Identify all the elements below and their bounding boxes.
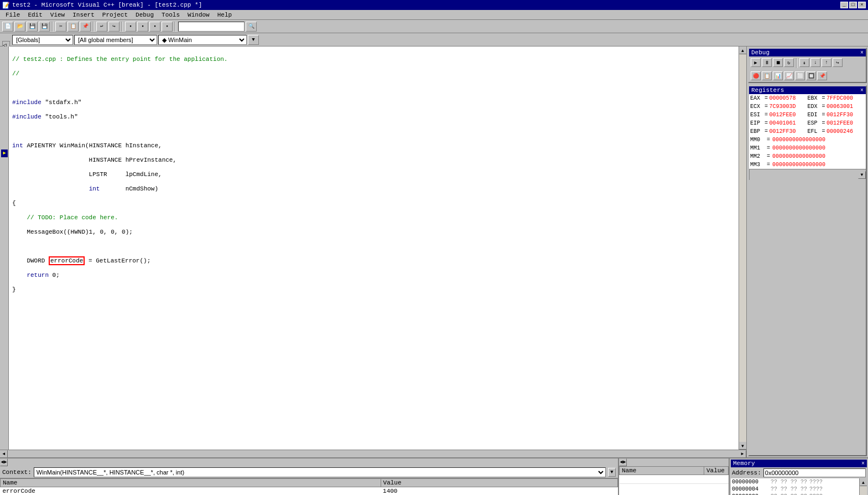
tb-undo[interactable]: ↩ bbox=[96, 22, 107, 32]
tb-copy[interactable]: 📋 bbox=[67, 22, 79, 32]
menu-tools[interactable]: Tools bbox=[158, 11, 183, 19]
code-line-14 bbox=[12, 243, 736, 250]
context-bar: Context: WinMain(HINSTANCE__*, HINSTANCE… bbox=[0, 466, 618, 478]
registers-scroll[interactable]: ▼ bbox=[749, 169, 866, 180]
scroll-right[interactable]: ► bbox=[739, 450, 746, 458]
code-line-10: int nCmdShow) bbox=[12, 185, 736, 193]
dbg-btn4[interactable]: ↻ bbox=[784, 58, 794, 67]
dbg-btn15[interactable]: 📌 bbox=[817, 71, 827, 80]
code-editor[interactable]: ► // test2.cpp : Defines the entry point… bbox=[0, 47, 746, 450]
reg-esp-val: 0012FEE0 bbox=[827, 120, 865, 127]
memory-address-input[interactable] bbox=[763, 468, 866, 477]
registers-content: EAX = 00000578 EBX = 7FFDC000 ECX = 7C93… bbox=[749, 94, 866, 169]
reg-row-5: MM0 = 0000000000000000 bbox=[749, 136, 866, 144]
dbg-btn1[interactable]: ▶ bbox=[751, 58, 761, 67]
dbg-btn5[interactable]: ↡ bbox=[799, 58, 809, 67]
memory-scroll-track[interactable] bbox=[860, 486, 867, 495]
dbg-btn3[interactable]: ⏹ bbox=[773, 58, 783, 67]
editor-scrollbar-v[interactable]: ▲ ▼ bbox=[739, 47, 746, 450]
memory-scrollbar-v[interactable]: ▲ ▼ bbox=[859, 478, 867, 495]
registers-close[interactable]: × bbox=[860, 87, 864, 94]
watch-resize-handle[interactable]: ◄► bbox=[619, 458, 627, 466]
dbg-btn11[interactable]: 📊 bbox=[773, 71, 783, 80]
dbg-btn8[interactable]: ↪ bbox=[833, 58, 843, 67]
reg-edi-name: EDI bbox=[808, 111, 822, 118]
context-arrow[interactable]: ▼ bbox=[608, 468, 616, 477]
menu-insert[interactable]: Insert bbox=[69, 11, 98, 19]
scroll-track-v[interactable] bbox=[739, 54, 746, 442]
dbg-btn10[interactable]: 📋 bbox=[762, 71, 772, 80]
watch-name-input[interactable] bbox=[622, 476, 702, 482]
menu-file[interactable]: File bbox=[2, 11, 23, 19]
scroll-up[interactable]: ▲ bbox=[739, 47, 747, 54]
menu-window[interactable]: Window bbox=[184, 11, 213, 19]
menu-edit[interactable]: Edit bbox=[24, 11, 45, 19]
reg-ecx-name: ECX bbox=[750, 103, 765, 110]
memory-address-bar: Address: bbox=[731, 467, 867, 478]
minimize-button[interactable]: _ bbox=[840, 2, 848, 8]
code-line-3 bbox=[12, 84, 736, 92]
code-line-6 bbox=[12, 127, 736, 135]
tb-paste[interactable]: 📌 bbox=[80, 22, 91, 32]
tb-save[interactable]: 💾 bbox=[27, 22, 38, 32]
watch-col-name: Name bbox=[620, 467, 704, 475]
sep4 bbox=[175, 22, 176, 32]
locals-table-area: Name Value errorCode 1400 bbox=[0, 478, 618, 495]
winmain-combo[interactable]: ◆ WinMain bbox=[158, 35, 247, 45]
reg-mm2-name: MM2 bbox=[750, 153, 767, 160]
members-combo[interactable]: [All global members] bbox=[74, 35, 157, 45]
tb-new[interactable]: 📄 bbox=[2, 22, 13, 32]
dbg-btn6[interactable]: ↓ bbox=[810, 58, 820, 67]
tb-save2[interactable]: 💾 bbox=[39, 22, 50, 32]
reg-eax-val: 00000578 bbox=[770, 95, 808, 102]
editor-scrollbar-h[interactable]: ◄ ► bbox=[0, 450, 746, 457]
search-input[interactable] bbox=[178, 22, 245, 32]
code-content[interactable]: // test2.cpp : Defines the entry point f… bbox=[9, 47, 739, 450]
watch-col-value: Value bbox=[704, 467, 728, 475]
dbg-btn12[interactable]: 📈 bbox=[784, 71, 794, 80]
menu-view[interactable]: View bbox=[47, 11, 68, 19]
reg-mm2-val: 0000000000000000 bbox=[772, 153, 825, 160]
dbg-btn13[interactable]: ⬜ bbox=[795, 71, 805, 80]
reg-esp-name: ESP bbox=[808, 120, 822, 127]
tb-open[interactable]: 📂 bbox=[14, 22, 25, 32]
menu-project[interactable]: Project bbox=[99, 11, 131, 19]
memory-close[interactable]: × bbox=[861, 461, 865, 467]
tb-combo-arrow[interactable]: ▼ bbox=[248, 35, 259, 45]
tb-b2[interactable]: ▪ bbox=[137, 22, 148, 32]
memory-scroll-up[interactable]: ▲ bbox=[860, 478, 867, 486]
menu-help[interactable]: Help bbox=[214, 11, 235, 19]
registers-scroll-down[interactable]: ▼ bbox=[858, 171, 866, 179]
tb-redo[interactable]: ↪ bbox=[108, 22, 119, 32]
dbg-btn7[interactable]: ↑ bbox=[822, 58, 831, 67]
registers-title-text: Registers bbox=[751, 87, 784, 94]
tb-b1[interactable]: ▪ bbox=[125, 22, 136, 32]
tb-search[interactable]: 🔍 bbox=[246, 22, 257, 32]
tb-cut[interactable]: ✂ bbox=[55, 22, 66, 32]
tb-b4[interactable]: ▪ bbox=[162, 22, 173, 32]
reg-row-0: EAX = 00000578 EBX = 7FFDC000 bbox=[749, 94, 866, 102]
tb-b3[interactable]: ▪ bbox=[149, 22, 160, 32]
reg-eax-name: EAX bbox=[750, 95, 765, 102]
dbg-btn2[interactable]: ⏸ bbox=[762, 58, 772, 67]
right-panel-area: Debug × ▶ ⏸ ⏹ ↻ ↡ ↓ ↑ ↪ 🔴 📋 📊 📈 ⬜ 🔲 bbox=[746, 47, 868, 457]
sep1 bbox=[52, 22, 53, 32]
sep3 bbox=[122, 22, 123, 32]
dbg-btn9[interactable]: 🔴 bbox=[751, 71, 761, 80]
menu-debug[interactable]: Debug bbox=[132, 11, 157, 19]
locals-col-name: Name bbox=[1, 479, 381, 487]
code-line-11: { bbox=[12, 199, 736, 207]
memory-panel: Memory × Address: 00000000 ?? ?? ?? ?? ?… bbox=[730, 458, 868, 495]
close-button[interactable]: × bbox=[858, 2, 866, 8]
reg-mm1-name: MM1 bbox=[750, 145, 767, 152]
scroll-down[interactable]: ▼ bbox=[739, 442, 747, 450]
scroll-left[interactable]: ◄ bbox=[0, 450, 8, 458]
panel-resize-handle[interactable]: ◄► bbox=[0, 458, 8, 466]
dbg-btn14[interactable]: 🔲 bbox=[806, 71, 816, 80]
debug-close[interactable]: × bbox=[860, 50, 864, 56]
code-line-2: // bbox=[12, 70, 736, 78]
context-combo[interactable]: WinMain(HINSTANCE__*, HINSTANCE__*, char… bbox=[34, 467, 606, 477]
watch-table: Name Value bbox=[619, 466, 729, 484]
globals-combo[interactable]: [Globals] bbox=[12, 35, 73, 45]
maximize-button[interactable]: □ bbox=[849, 2, 857, 8]
